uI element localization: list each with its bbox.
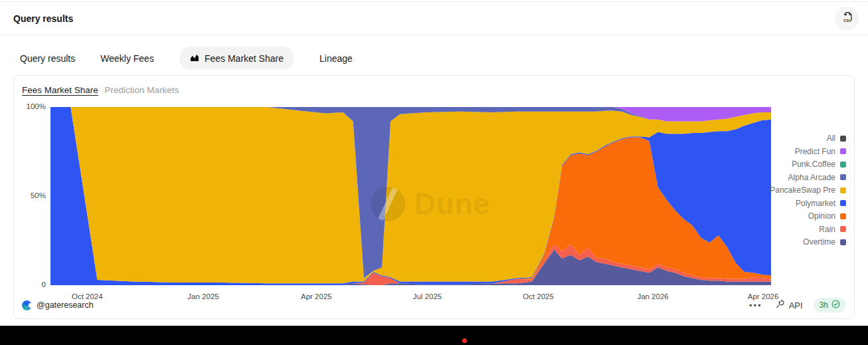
legend-label: Punk.Coffee (792, 160, 835, 169)
chart-title[interactable]: Fees Market Share (22, 85, 98, 95)
legend-item-opinion[interactable]: Opinion (770, 212, 846, 221)
legend-item-overtime[interactable]: Overtime (770, 238, 846, 247)
tab-lineage[interactable]: Lineage (319, 47, 353, 70)
legend-item-alpha-arcade[interactable]: Alpha Arcade (770, 173, 846, 182)
area-chart-icon (190, 53, 199, 64)
legend-item-all[interactable]: All (770, 134, 846, 143)
chart-panel-header: Fees Market Share Prediction Markets (22, 85, 179, 95)
legend-swatch (840, 187, 846, 193)
chart-panel: Fees Market Share Prediction Markets 100… (13, 75, 855, 319)
chart-legend: All Predict Fun Punk.Coffee Alpha Arcade… (770, 134, 846, 247)
more-options-button[interactable]: ••• (746, 299, 765, 312)
svg-text:CSV: CSV (843, 19, 851, 23)
legend-swatch (840, 148, 846, 154)
tab-fees-market-share[interactable]: Fees Market Share (179, 47, 294, 70)
legend-swatch (840, 213, 846, 219)
footer-actions: ••• API 3h (746, 298, 846, 312)
legend-label: Rain (819, 225, 835, 234)
legend-swatch (840, 174, 846, 180)
legend-label: Alpha Arcade (788, 173, 835, 182)
api-button[interactable]: API (776, 299, 803, 311)
chart-subtitle: Prediction Markets (105, 85, 179, 95)
legend-item-pancakeswap-pre[interactable]: PancakeSwap Pre (770, 186, 846, 195)
legend-item-predict-fun[interactable]: Predict Fun (770, 148, 846, 156)
y-axis-tick-0: 0 (18, 281, 46, 288)
dune-logo (22, 300, 32, 310)
chart-panel-footer: @gateresearch ••• API 3h (22, 297, 846, 313)
legend-label: Overtime (803, 238, 835, 247)
plug-icon (776, 299, 786, 311)
stacked-area-chart[interactable]: Dune (50, 107, 771, 285)
tab-label: Fees Market Share (205, 53, 284, 64)
author-block: @gateresearch (22, 300, 94, 310)
csv-download-icon: CSV (840, 11, 853, 26)
results-header: Query results CSV (0, 2, 868, 35)
tab-weekly-fees[interactable]: Weekly Fees (100, 47, 154, 70)
legend-swatch (840, 162, 846, 168)
legend-swatch (840, 239, 846, 245)
author-link[interactable]: @gateresearch (37, 300, 94, 310)
refresh-status-badge[interactable]: 3h (814, 298, 846, 312)
legend-label: Polymarket (796, 199, 835, 208)
legend-label: PancakeSwap Pre (770, 186, 835, 195)
app-window: Query results CSV Query results Weekly F… (0, 0, 868, 326)
legend-item-rain[interactable]: Rain (770, 225, 846, 234)
legend-item-punk-coffee[interactable]: Punk.Coffee (770, 160, 846, 169)
export-csv-button[interactable]: CSV (835, 7, 859, 31)
legend-item-polymarket[interactable]: Polymarket (770, 199, 846, 208)
y-axis-tick-100: 100% (18, 102, 46, 110)
recording-dot (462, 338, 467, 343)
refresh-age: 3h (820, 300, 828, 310)
legend-swatch (840, 226, 846, 232)
page-title: Query results (13, 13, 73, 24)
y-axis-tick-50: 50% (18, 191, 46, 199)
visualization-tabs: Query results Weekly Fees Fees Market Sh… (20, 47, 353, 70)
bottom-taskbar (0, 326, 868, 345)
check-seal-icon (831, 300, 840, 310)
legend-label: Opinion (808, 212, 835, 221)
api-label: API (789, 300, 803, 310)
chart-canvas[interactable] (50, 107, 771, 285)
legend-label: Predict Fun (795, 148, 835, 156)
legend-swatch (840, 200, 846, 206)
legend-swatch (840, 136, 846, 142)
tab-query-results[interactable]: Query results (20, 47, 75, 70)
legend-label: All (827, 134, 835, 143)
